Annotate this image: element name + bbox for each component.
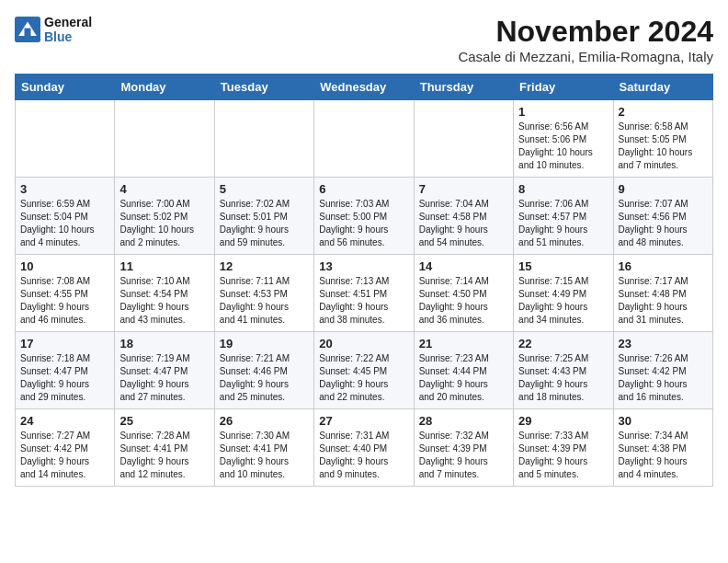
calendar-cell: 9Sunrise: 7:07 AM Sunset: 4:56 PM Daylig… bbox=[613, 178, 712, 255]
day-info: Sunrise: 7:27 AM Sunset: 4:42 PM Dayligh… bbox=[20, 430, 109, 481]
day-number: 3 bbox=[20, 182, 109, 196]
calendar-cell: 1Sunrise: 6:56 AM Sunset: 5:06 PM Daylig… bbox=[514, 100, 613, 178]
calendar-cell: 7Sunrise: 7:04 AM Sunset: 4:58 PM Daylig… bbox=[414, 178, 513, 255]
day-info: Sunrise: 7:25 AM Sunset: 4:43 PM Dayligh… bbox=[518, 352, 608, 404]
day-info: Sunrise: 7:13 AM Sunset: 4:51 PM Dayligh… bbox=[319, 275, 408, 327]
day-info: Sunrise: 7:10 AM Sunset: 4:54 PM Dayligh… bbox=[119, 275, 209, 327]
calendar-cell: 27Sunrise: 7:31 AM Sunset: 4:40 PM Dayli… bbox=[314, 409, 414, 487]
calendar-cell: 3Sunrise: 6:59 AM Sunset: 5:04 PM Daylig… bbox=[16, 178, 115, 255]
day-info: Sunrise: 6:59 AM Sunset: 5:04 PM Dayligh… bbox=[20, 198, 109, 249]
day-number: 19 bbox=[220, 337, 309, 350]
day-number: 5 bbox=[220, 182, 309, 196]
calendar-cell: 4Sunrise: 7:00 AM Sunset: 5:02 PM Daylig… bbox=[115, 178, 214, 255]
calendar-week-row: 10Sunrise: 7:08 AM Sunset: 4:55 PM Dayli… bbox=[16, 255, 713, 332]
day-number: 23 bbox=[619, 337, 708, 350]
calendar-cell: 8Sunrise: 7:06 AM Sunset: 4:57 PM Daylig… bbox=[514, 178, 613, 255]
weekday-header-wednesday: Wednesday bbox=[314, 75, 414, 100]
day-number: 13 bbox=[319, 259, 408, 273]
day-number: 22 bbox=[518, 337, 608, 350]
day-number: 26 bbox=[220, 414, 309, 428]
day-info: Sunrise: 7:00 AM Sunset: 5:02 PM Dayligh… bbox=[119, 198, 209, 249]
day-info: Sunrise: 7:03 AM Sunset: 5:00 PM Dayligh… bbox=[319, 198, 408, 249]
day-info: Sunrise: 7:11 AM Sunset: 4:53 PM Dayligh… bbox=[220, 275, 309, 327]
day-info: Sunrise: 7:34 AM Sunset: 4:38 PM Dayligh… bbox=[619, 430, 708, 481]
weekday-header-tuesday: Tuesday bbox=[214, 75, 313, 100]
calendar-week-row: 1Sunrise: 6:56 AM Sunset: 5:06 PM Daylig… bbox=[16, 100, 713, 178]
day-number: 1 bbox=[518, 105, 608, 119]
weekday-header-thursday: Thursday bbox=[414, 75, 513, 100]
calendar-cell: 2Sunrise: 6:58 AM Sunset: 5:05 PM Daylig… bbox=[613, 100, 712, 178]
calendar-cell: 18Sunrise: 7:19 AM Sunset: 4:47 PM Dayli… bbox=[115, 332, 214, 409]
day-number: 20 bbox=[319, 337, 408, 350]
day-number: 24 bbox=[20, 414, 109, 428]
day-number: 4 bbox=[119, 182, 209, 196]
title-block: November 2024 Casale di Mezzani, Emilia-… bbox=[458, 15, 713, 64]
calendar-cell: 19Sunrise: 7:21 AM Sunset: 4:46 PM Dayli… bbox=[214, 332, 313, 409]
day-info: Sunrise: 7:30 AM Sunset: 4:41 PM Dayligh… bbox=[220, 430, 309, 481]
day-number: 9 bbox=[619, 182, 708, 196]
calendar-cell: 23Sunrise: 7:26 AM Sunset: 4:42 PM Dayli… bbox=[613, 332, 712, 409]
calendar-cell: 5Sunrise: 7:02 AM Sunset: 5:01 PM Daylig… bbox=[214, 178, 313, 255]
weekday-header-saturday: Saturday bbox=[613, 75, 712, 100]
calendar-week-row: 3Sunrise: 6:59 AM Sunset: 5:04 PM Daylig… bbox=[16, 178, 713, 255]
weekday-header-monday: Monday bbox=[115, 75, 214, 100]
svg-rect-2 bbox=[25, 29, 31, 36]
day-number: 11 bbox=[119, 259, 209, 273]
day-info: Sunrise: 7:07 AM Sunset: 4:56 PM Dayligh… bbox=[619, 198, 708, 249]
calendar-cell: 30Sunrise: 7:34 AM Sunset: 4:38 PM Dayli… bbox=[613, 409, 712, 487]
day-info: Sunrise: 6:56 AM Sunset: 5:06 PM Dayligh… bbox=[518, 121, 608, 172]
day-info: Sunrise: 7:19 AM Sunset: 4:47 PM Dayligh… bbox=[119, 352, 209, 404]
logo-text: General Blue bbox=[44, 15, 92, 44]
day-number: 28 bbox=[419, 414, 508, 428]
day-info: Sunrise: 7:06 AM Sunset: 4:57 PM Dayligh… bbox=[518, 198, 608, 249]
day-info: Sunrise: 7:32 AM Sunset: 4:39 PM Dayligh… bbox=[419, 430, 508, 481]
weekday-header-row: SundayMondayTuesdayWednesdayThursdayFrid… bbox=[16, 75, 713, 100]
calendar-cell: 24Sunrise: 7:27 AM Sunset: 4:42 PM Dayli… bbox=[16, 409, 115, 487]
calendar-week-row: 24Sunrise: 7:27 AM Sunset: 4:42 PM Dayli… bbox=[16, 409, 713, 487]
calendar-cell bbox=[115, 100, 214, 178]
calendar-cell: 13Sunrise: 7:13 AM Sunset: 4:51 PM Dayli… bbox=[314, 255, 414, 332]
calendar-cell: 15Sunrise: 7:15 AM Sunset: 4:49 PM Dayli… bbox=[514, 255, 613, 332]
day-number: 29 bbox=[518, 414, 608, 428]
weekday-header-sunday: Sunday bbox=[16, 75, 115, 100]
calendar-table: SundayMondayTuesdayWednesdayThursdayFrid… bbox=[15, 74, 713, 487]
weekday-header-friday: Friday bbox=[514, 75, 613, 100]
location-subtitle: Casale di Mezzani, Emilia-Romagna, Italy bbox=[458, 49, 713, 64]
calendar-cell bbox=[16, 100, 115, 178]
calendar-cell: 26Sunrise: 7:30 AM Sunset: 4:41 PM Dayli… bbox=[214, 409, 313, 487]
day-info: Sunrise: 7:18 AM Sunset: 4:47 PM Dayligh… bbox=[20, 352, 109, 404]
day-info: Sunrise: 7:21 AM Sunset: 4:46 PM Dayligh… bbox=[220, 352, 309, 404]
day-number: 15 bbox=[518, 259, 608, 273]
day-info: Sunrise: 7:14 AM Sunset: 4:50 PM Dayligh… bbox=[419, 275, 508, 327]
day-info: Sunrise: 7:02 AM Sunset: 5:01 PM Dayligh… bbox=[220, 198, 309, 249]
day-info: Sunrise: 7:17 AM Sunset: 4:48 PM Dayligh… bbox=[619, 275, 708, 327]
calendar-cell: 11Sunrise: 7:10 AM Sunset: 4:54 PM Dayli… bbox=[115, 255, 214, 332]
day-info: Sunrise: 7:28 AM Sunset: 4:41 PM Dayligh… bbox=[119, 430, 209, 481]
logo-icon bbox=[15, 17, 40, 42]
day-number: 27 bbox=[319, 414, 408, 428]
calendar-cell: 21Sunrise: 7:23 AM Sunset: 4:44 PM Dayli… bbox=[414, 332, 513, 409]
calendar-cell bbox=[314, 100, 414, 178]
day-number: 21 bbox=[419, 337, 508, 350]
day-number: 16 bbox=[619, 259, 708, 273]
logo: General Blue bbox=[15, 15, 92, 44]
calendar-cell: 12Sunrise: 7:11 AM Sunset: 4:53 PM Dayli… bbox=[214, 255, 313, 332]
day-info: Sunrise: 7:26 AM Sunset: 4:42 PM Dayligh… bbox=[619, 352, 708, 404]
day-number: 25 bbox=[119, 414, 209, 428]
day-number: 30 bbox=[619, 414, 708, 428]
calendar-cell: 17Sunrise: 7:18 AM Sunset: 4:47 PM Dayli… bbox=[16, 332, 115, 409]
day-info: Sunrise: 7:31 AM Sunset: 4:40 PM Dayligh… bbox=[319, 430, 408, 481]
calendar-cell: 29Sunrise: 7:33 AM Sunset: 4:39 PM Dayli… bbox=[514, 409, 613, 487]
calendar-cell: 14Sunrise: 7:14 AM Sunset: 4:50 PM Dayli… bbox=[414, 255, 513, 332]
day-info: Sunrise: 7:15 AM Sunset: 4:49 PM Dayligh… bbox=[518, 275, 608, 327]
day-number: 6 bbox=[319, 182, 408, 196]
day-info: Sunrise: 6:58 AM Sunset: 5:05 PM Dayligh… bbox=[619, 121, 708, 172]
calendar-cell: 22Sunrise: 7:25 AM Sunset: 4:43 PM Dayli… bbox=[514, 332, 613, 409]
day-info: Sunrise: 7:23 AM Sunset: 4:44 PM Dayligh… bbox=[419, 352, 508, 404]
day-number: 2 bbox=[619, 105, 708, 119]
day-number: 8 bbox=[518, 182, 608, 196]
calendar-week-row: 17Sunrise: 7:18 AM Sunset: 4:47 PM Dayli… bbox=[16, 332, 713, 409]
calendar-cell: 25Sunrise: 7:28 AM Sunset: 4:41 PM Dayli… bbox=[115, 409, 214, 487]
calendar-cell bbox=[414, 100, 513, 178]
calendar-cell: 6Sunrise: 7:03 AM Sunset: 5:00 PM Daylig… bbox=[314, 178, 414, 255]
